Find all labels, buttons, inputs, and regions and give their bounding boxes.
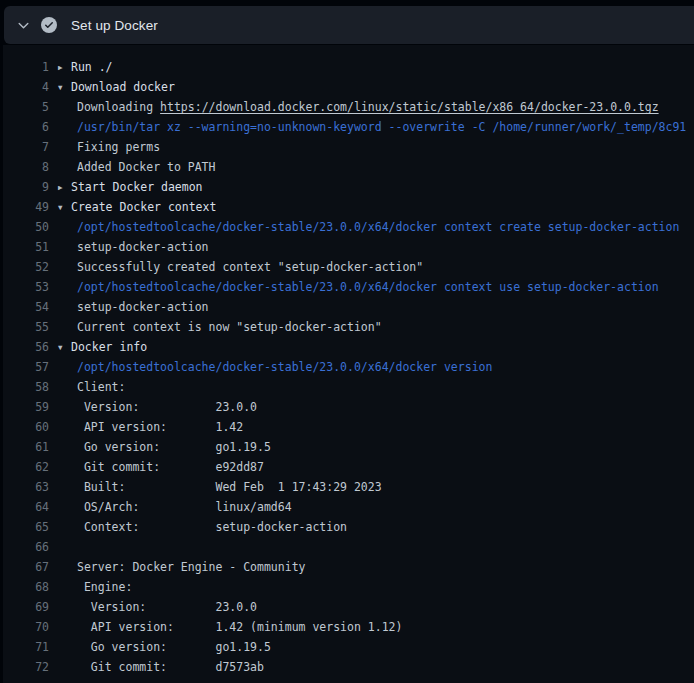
triangle-right-icon[interactable]: ▶: [58, 178, 71, 197]
log-text: Client:: [77, 380, 125, 394]
log-line: 51setup-docker-action: [3, 237, 694, 257]
log-line: 6/usr/bin/tar xz --warning=no-unknown-ke…: [3, 117, 694, 137]
log-line: 70 API version: 1.42 (minimum version 1.…: [3, 617, 694, 637]
log-line: 68 Engine:: [3, 577, 694, 597]
log-link[interactable]: https://download.docker.com/linux/static…: [160, 100, 659, 114]
log-text: Git commit: e92dd87: [77, 460, 264, 474]
log-group-row[interactable]: 49▼Create Docker context: [3, 197, 694, 217]
log-line: 62 Git commit: e92dd87: [3, 457, 694, 477]
line-number-link[interactable]: 68: [3, 577, 49, 597]
log-line: 5Downloading https://download.docker.com…: [3, 97, 694, 117]
log-text: Successfully created context "setup-dock…: [77, 260, 423, 274]
log-text: Engine:: [77, 580, 132, 594]
line-number-link[interactable]: 65: [3, 517, 49, 537]
line-number-link[interactable]: 60: [3, 417, 49, 437]
line-number-link[interactable]: 67: [3, 557, 49, 577]
group-title: Create Docker context: [71, 200, 216, 214]
line-number-link[interactable]: 69: [3, 597, 49, 617]
log-line: 7Fixing perms: [3, 137, 694, 157]
group-title: Start Docker daemon: [71, 180, 203, 194]
line-number-link[interactable]: 8: [3, 157, 49, 177]
log-text: API version: 1.42: [77, 420, 243, 434]
line-number-link[interactable]: 1: [3, 57, 49, 77]
log-line: 69 Version: 23.0.0: [3, 597, 694, 617]
log-line: 55Current context is now "setup-docker-a…: [3, 317, 694, 337]
line-number-link[interactable]: 49: [3, 197, 49, 217]
log-text: Go version: go1.19.5: [77, 640, 271, 654]
log-line: 67Server: Docker Engine - Community: [3, 557, 694, 577]
log-text: Server: Docker Engine - Community: [77, 560, 305, 574]
line-number-link[interactable]: 52: [3, 257, 49, 277]
log-group-row[interactable]: 9▶Start Docker daemon: [3, 177, 694, 197]
command-text: /opt/hostedtoolcache/docker-stable/23.0.…: [77, 280, 659, 294]
line-number-link[interactable]: 4: [3, 77, 49, 97]
line-number-link[interactable]: 71: [3, 637, 49, 657]
line-number-link[interactable]: 55: [3, 317, 49, 337]
log-line: 60 API version: 1.42: [3, 417, 694, 437]
log-text: Added Docker to PATH: [77, 160, 215, 174]
log-text: Fixing perms: [77, 140, 160, 154]
log-text: Version: 23.0.0: [77, 400, 257, 414]
log-text: Go version: go1.19.5: [77, 440, 271, 454]
line-number-link[interactable]: 56: [3, 337, 49, 357]
group-title: Docker info: [71, 340, 147, 354]
triangle-down-icon[interactable]: ▼: [58, 338, 71, 357]
log-line: 58Client:: [3, 377, 694, 397]
log-text: Git commit: d7573ab: [77, 660, 264, 674]
line-number-link[interactable]: 7: [3, 137, 49, 157]
group-title: Run ./: [71, 60, 113, 74]
line-number-link[interactable]: 70: [3, 617, 49, 637]
triangle-right-icon[interactable]: ▶: [58, 58, 71, 77]
triangle-down-icon[interactable]: ▼: [58, 78, 71, 97]
line-number-link[interactable]: 5: [3, 97, 49, 117]
log-line: 52Successfully created context "setup-do…: [3, 257, 694, 277]
log-text: setup-docker-action: [77, 240, 209, 254]
log-line: 54setup-docker-action: [3, 297, 694, 317]
log-text: Downloading: [77, 100, 160, 114]
step-title: Set up Docker: [71, 18, 158, 33]
log-line: 71 Go version: go1.19.5: [3, 637, 694, 657]
line-number-link[interactable]: 72: [3, 657, 49, 677]
log-line: 61 Go version: go1.19.5: [3, 437, 694, 457]
log-text: Context: setup-docker-action: [77, 520, 347, 534]
log-line: 66: [3, 537, 694, 557]
log-line: 64 OS/Arch: linux/amd64: [3, 497, 694, 517]
log-text: setup-docker-action: [77, 300, 209, 314]
log-line: 65 Context: setup-docker-action: [3, 517, 694, 537]
log-text: OS/Arch: linux/amd64: [77, 500, 292, 514]
log-line: 57/opt/hostedtoolcache/docker-stable/23.…: [3, 357, 694, 377]
line-number-link[interactable]: 54: [3, 297, 49, 317]
triangle-down-icon[interactable]: ▼: [58, 198, 71, 217]
log-line: 8Added Docker to PATH: [3, 157, 694, 177]
line-number-link[interactable]: 58: [3, 377, 49, 397]
line-number-link[interactable]: 6: [3, 117, 49, 137]
log-text: API version: 1.42 (minimum version 1.12): [77, 620, 402, 634]
line-number-link[interactable]: 66: [3, 537, 49, 557]
line-number-link[interactable]: 57: [3, 357, 49, 377]
log-line: 72 Git commit: d7573ab: [3, 657, 694, 677]
log-lines: 1▶Run ./4▼Download docker5Downloading ht…: [3, 57, 694, 677]
log-text: Built: Wed Feb 1 17:43:29 2023: [77, 480, 382, 494]
log-line: 63 Built: Wed Feb 1 17:43:29 2023: [3, 477, 694, 497]
line-number-link[interactable]: 61: [3, 437, 49, 457]
log-area: 1▶Run ./4▼Download docker5Downloading ht…: [3, 45, 694, 683]
line-number-link[interactable]: 50: [3, 217, 49, 237]
line-number-link[interactable]: 9: [3, 177, 49, 197]
log-text: Version: 23.0.0: [77, 600, 257, 614]
command-text: /usr/bin/tar xz --warning=no-unknown-key…: [77, 120, 686, 134]
line-number-link[interactable]: 62: [3, 457, 49, 477]
group-title: Download docker: [71, 80, 175, 94]
line-number-link[interactable]: 59: [3, 397, 49, 417]
log-line: 53/opt/hostedtoolcache/docker-stable/23.…: [3, 277, 694, 297]
command-text: /opt/hostedtoolcache/docker-stable/23.0.…: [77, 360, 492, 374]
line-number-link[interactable]: 63: [3, 477, 49, 497]
log-group-row[interactable]: 1▶Run ./: [3, 57, 694, 77]
log-group-row[interactable]: 4▼Download docker: [3, 77, 694, 97]
check-circle-icon: [41, 17, 57, 33]
line-number-link[interactable]: 64: [3, 497, 49, 517]
line-number-link[interactable]: 53: [3, 277, 49, 297]
chevron-down-icon[interactable]: [17, 19, 30, 32]
line-number-link[interactable]: 51: [3, 237, 49, 257]
step-header[interactable]: Set up Docker: [4, 6, 694, 44]
log-group-row[interactable]: 56▼Docker info: [3, 337, 694, 357]
